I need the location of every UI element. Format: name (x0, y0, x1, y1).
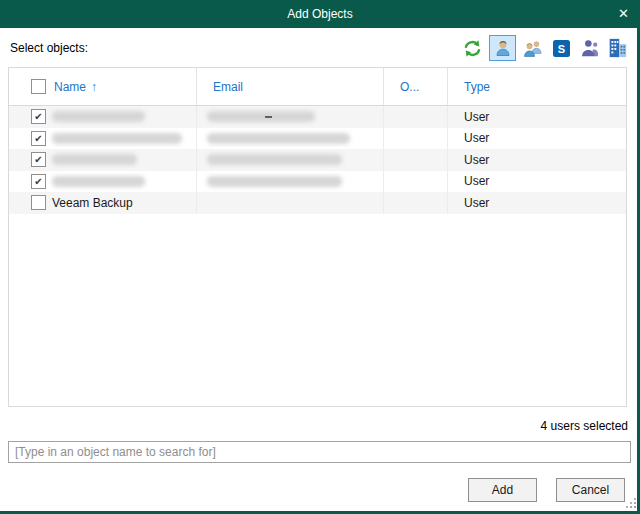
redacted-email (207, 111, 315, 122)
redacted-name (52, 176, 145, 187)
email-cell (197, 192, 384, 214)
organization-buildings-icon (607, 38, 628, 58)
object-type: User (464, 153, 489, 167)
name-cell: ✔ (9, 149, 197, 171)
name-cell: ✔ (9, 171, 197, 193)
redacted-name (52, 111, 145, 122)
o-column-label: O... (400, 80, 419, 94)
object-name: Veeam Backup (52, 196, 133, 210)
select-all-checkbox[interactable] (31, 79, 46, 94)
redaction-artifact (265, 116, 272, 118)
column-header-email[interactable]: Email (197, 68, 384, 105)
column-header-o[interactable]: O... (384, 68, 448, 105)
row-checkbox[interactable] (31, 195, 46, 210)
teams-icon (580, 39, 599, 57)
type-cell: User (448, 128, 626, 150)
o-cell (384, 128, 448, 150)
refresh-icon (463, 39, 482, 58)
email-cell (197, 106, 384, 128)
redacted-name (52, 154, 137, 165)
add-button[interactable]: Add (468, 478, 537, 502)
object-type: User (464, 174, 489, 188)
table-row[interactable]: ✔User (9, 128, 626, 150)
email-cell (197, 171, 384, 193)
type-cell: User (448, 171, 626, 193)
email-cell (197, 128, 384, 150)
email-column-label: Email (213, 80, 243, 94)
close-icon[interactable]: ✕ (618, 0, 629, 28)
object-type: User (464, 131, 489, 145)
table-row[interactable]: Veeam BackupUser (9, 192, 626, 214)
email-cell (197, 149, 384, 171)
refresh-button[interactable] (461, 35, 483, 61)
redacted-name (52, 133, 182, 144)
objects-table: Name↑ Email O... Type ✔User✔User✔User✔Us… (8, 67, 627, 407)
groups-filter-button[interactable] (522, 35, 544, 61)
row-checkbox[interactable]: ✔ (31, 174, 46, 189)
sharepoint-icon: S (553, 40, 570, 57)
objects-table-body: ✔User✔User✔User✔UserVeeam BackupUser (9, 106, 626, 214)
object-type: User (464, 196, 489, 210)
organization-filter-button[interactable] (606, 35, 629, 61)
redacted-email (207, 154, 342, 165)
row-checkbox[interactable]: ✔ (31, 152, 46, 167)
object-type-toolbar: S (461, 35, 629, 61)
redacted-email (207, 176, 342, 187)
table-row[interactable]: ✔User (9, 106, 626, 128)
type-cell: User (448, 149, 626, 171)
user-group-icon (523, 39, 543, 57)
name-cell: ✔ (9, 106, 197, 128)
titlebar: Add Objects ✕ (0, 0, 640, 28)
row-checkbox[interactable]: ✔ (31, 131, 46, 146)
column-header-type[interactable]: Type (448, 68, 626, 105)
name-cell: Veeam Backup (9, 192, 197, 214)
o-cell (384, 192, 448, 214)
select-objects-label: Select objects: (10, 41, 88, 55)
table-row[interactable]: ✔User (9, 149, 626, 171)
resize-grip-icon[interactable] (626, 498, 637, 509)
search-input[interactable] (8, 441, 631, 463)
name-column-label: Name (54, 80, 86, 94)
users-filter-button[interactable] (489, 35, 516, 61)
type-cell: User (448, 192, 626, 214)
object-type: User (464, 110, 489, 124)
cancel-button[interactable]: Cancel (556, 478, 625, 502)
teams-filter-button[interactable] (578, 35, 600, 61)
type-cell: User (448, 106, 626, 128)
table-row[interactable]: ✔User (9, 171, 626, 193)
o-cell (384, 171, 448, 193)
svg-text:S: S (557, 42, 564, 54)
sort-ascending-icon: ↑ (91, 80, 97, 94)
o-cell (384, 106, 448, 128)
sharepoint-filter-button[interactable]: S (550, 35, 572, 61)
name-cell: ✔ (9, 128, 197, 150)
column-header-name[interactable]: Name↑ (9, 68, 197, 105)
add-objects-dialog: Add Objects ✕ Select objects: (0, 0, 640, 514)
window-title: Add Objects (0, 0, 640, 28)
selection-status: 4 users selected (541, 419, 628, 433)
type-column-label: Type (464, 80, 490, 94)
o-cell (384, 149, 448, 171)
row-checkbox[interactable]: ✔ (31, 109, 46, 124)
user-icon (494, 39, 512, 57)
redacted-email (207, 133, 350, 144)
objects-table-header: Name↑ Email O... Type (9, 68, 626, 106)
